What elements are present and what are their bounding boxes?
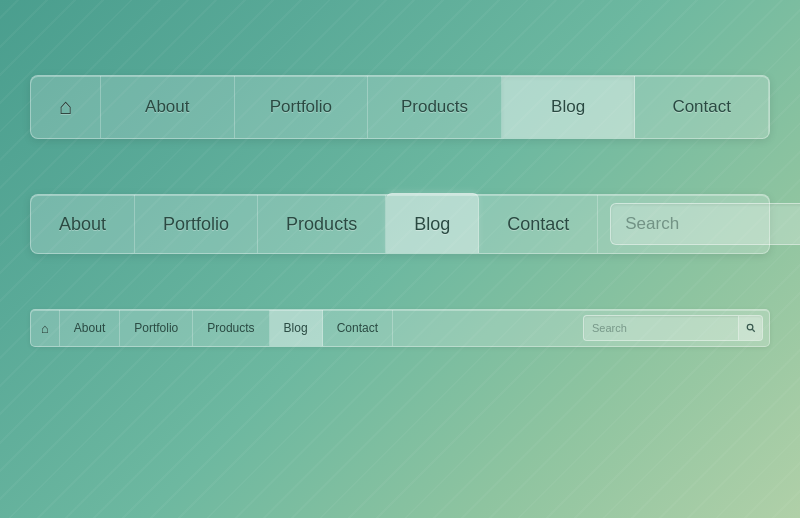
search-area-small: [393, 310, 769, 346]
nav-about-medium[interactable]: About: [31, 195, 135, 253]
nav-bar-large: ⌂ About Portfolio Products Blog Contact: [30, 75, 770, 139]
nav-portfolio-medium-label: Portfolio: [163, 214, 229, 235]
nav-products-large[interactable]: Products: [368, 76, 502, 138]
nav-portfolio-small[interactable]: Portfolio: [120, 310, 193, 346]
nav-about-medium-label: About: [59, 214, 106, 235]
nav-contact-small[interactable]: Contact: [323, 310, 393, 346]
nav-products-medium[interactable]: Products: [258, 195, 386, 253]
nav-portfolio-small-label: Portfolio: [134, 321, 178, 335]
nav-blog-small[interactable]: Blog: [270, 310, 323, 346]
nav-about-small-label: About: [74, 321, 105, 335]
nav-blog-medium[interactable]: Blog: [386, 193, 479, 253]
nav-contact-medium[interactable]: Contact: [479, 195, 598, 253]
search-area-medium: [598, 195, 800, 253]
nav-blog-small-label: Blog: [284, 321, 308, 335]
nav-products-medium-label: Products: [286, 214, 357, 235]
nav-contact-small-label: Contact: [337, 321, 378, 335]
nav-blog-large[interactable]: Blog: [502, 76, 636, 138]
nav-about-large-label: About: [145, 97, 189, 117]
svg-line-3: [752, 329, 755, 332]
search-box-medium: [610, 203, 800, 245]
nav-about-large[interactable]: About: [101, 76, 235, 138]
nav-contact-large-label: Contact: [672, 97, 731, 117]
nav-bar-small: ⌂ About Portfolio Products Blog Contact: [30, 309, 770, 347]
nav-blog-medium-label: Blog: [414, 214, 450, 235]
nav-blog-large-label: Blog: [551, 97, 585, 117]
nav-contact-large[interactable]: Contact: [635, 76, 769, 138]
nav-about-small[interactable]: About: [60, 310, 120, 346]
search-box-small: [583, 315, 763, 341]
home-icon-small: ⌂: [41, 321, 49, 336]
search-button-small[interactable]: [738, 315, 762, 341]
nav-portfolio-large-label: Portfolio: [270, 97, 332, 117]
nav-products-small[interactable]: Products: [193, 310, 269, 346]
svg-point-2: [747, 324, 753, 330]
nav-home-small[interactable]: ⌂: [31, 310, 60, 346]
nav-products-small-label: Products: [207, 321, 254, 335]
nav-bar-medium: About Portfolio Products Blog Contact: [30, 194, 770, 254]
nav-home-large[interactable]: ⌂: [31, 76, 101, 138]
nav-portfolio-large[interactable]: Portfolio: [235, 76, 369, 138]
page-content: ⌂ About Portfolio Products Blog Contact …: [0, 0, 800, 347]
search-input-small[interactable]: [584, 322, 738, 334]
search-icon-small: [746, 323, 756, 333]
nav-contact-medium-label: Contact: [507, 214, 569, 235]
nav-portfolio-medium[interactable]: Portfolio: [135, 195, 258, 253]
search-input-medium[interactable]: [611, 214, 800, 234]
home-icon-large: ⌂: [59, 94, 72, 120]
nav-products-large-label: Products: [401, 97, 468, 117]
